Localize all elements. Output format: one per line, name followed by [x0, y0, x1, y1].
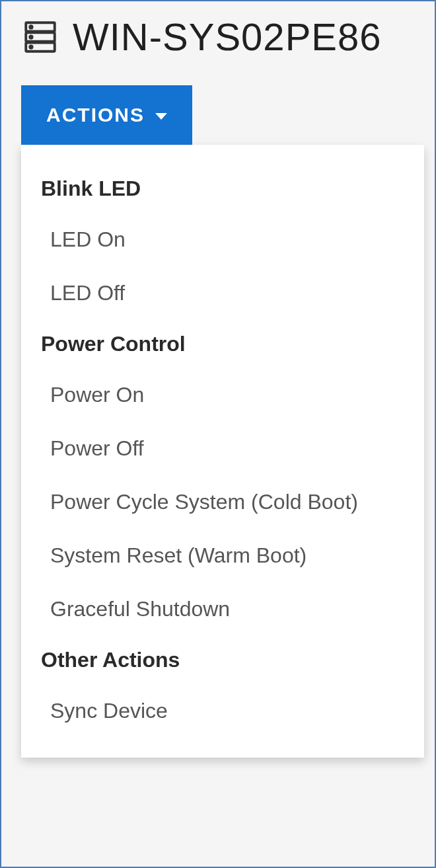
menu-item-sync-device[interactable]: Sync Device: [21, 684, 424, 738]
menu-item-graceful-shutdown[interactable]: Graceful Shutdown: [21, 582, 424, 636]
svg-point-5: [30, 46, 32, 48]
actions-container: ACTIONS Blink LED LED On LED Off Power C…: [1, 72, 435, 758]
menu-item-led-off[interactable]: LED Off: [21, 266, 424, 320]
svg-point-3: [30, 26, 32, 28]
section-header-power-control: Power Control: [21, 320, 424, 368]
menu-item-power-off[interactable]: Power Off: [21, 422, 424, 475]
server-icon: [21, 18, 59, 56]
svg-point-4: [30, 36, 32, 38]
menu-item-power-cycle[interactable]: Power Cycle System (Cold Boot): [21, 475, 424, 529]
menu-item-power-on[interactable]: Power On: [21, 368, 424, 422]
section-header-other-actions: Other Actions: [21, 636, 424, 684]
section-header-blink-led: Blink LED: [21, 165, 424, 213]
caret-down-icon: [155, 113, 167, 120]
actions-button[interactable]: ACTIONS: [21, 85, 192, 145]
page-title: WIN-SYS02PE86: [73, 15, 382, 59]
actions-dropdown: Blink LED LED On LED Off Power Control P…: [21, 145, 424, 758]
actions-button-label: ACTIONS: [46, 104, 145, 126]
menu-item-system-reset[interactable]: System Reset (Warm Boot): [21, 529, 424, 582]
page-header: WIN-SYS02PE86: [1, 1, 435, 72]
menu-item-led-on[interactable]: LED On: [21, 213, 424, 266]
